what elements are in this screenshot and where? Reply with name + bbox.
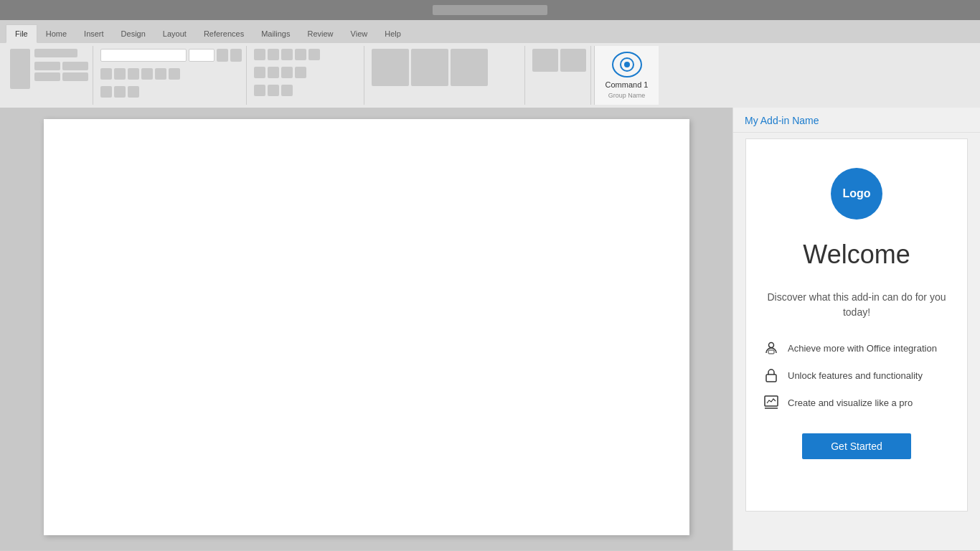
ribbon-bold <box>100 68 112 80</box>
tab-layout[interactable]: Layout <box>154 24 195 43</box>
ribbon-find <box>532 49 558 72</box>
ribbon-content: Command 1 Group Name <box>0 43 980 108</box>
ribbon-highlight <box>114 86 126 98</box>
ribbon-tabs: File Home Insert Design Layout Reference… <box>0 20 980 43</box>
ribbon-icon-sm <box>34 72 60 81</box>
tab-view[interactable]: View <box>342 24 377 43</box>
svg-point-1 <box>624 62 630 67</box>
feature-icon-1 <box>763 340 779 356</box>
ribbon-group-font <box>96 46 247 105</box>
ribbon-line-spacing <box>254 85 265 96</box>
addin-card: Logo Welcome Discover what this add-in c… <box>745 138 968 512</box>
ribbon-clear <box>128 86 139 98</box>
tab-review[interactable]: Review <box>299 24 342 43</box>
ribbon-list1 <box>254 49 265 60</box>
ribbon-icon-sm <box>34 49 77 57</box>
ribbon-italic <box>114 68 126 80</box>
ribbon-group-editing <box>528 46 591 105</box>
svg-rect-4 <box>766 375 776 382</box>
addin-feature-1: Achieve more with Office integration <box>763 340 950 356</box>
ribbon-align-center <box>268 67 279 78</box>
title-bar <box>0 0 980 20</box>
ribbon-icon-sm <box>62 62 88 70</box>
sidebar-content: Logo Welcome Discover what this add-in c… <box>733 133 980 550</box>
tab-file[interactable]: File <box>6 24 37 43</box>
ribbon-style1 <box>372 49 409 86</box>
get-started-button[interactable]: Get Started <box>802 433 911 459</box>
ribbon-shading <box>268 85 279 96</box>
ribbon-size-dropdown <box>189 49 215 62</box>
tab-references[interactable]: References <box>195 24 253 43</box>
ribbon-group-styles <box>367 46 525 105</box>
ribbon-strike <box>141 68 153 80</box>
main-area: My Add-in Name Logo Welcome Discover wha… <box>0 108 980 550</box>
tab-mailings[interactable]: Mailings <box>253 24 298 43</box>
sidebar-header: My Add-in Name <box>733 108 980 133</box>
ribbon-list3 <box>281 49 293 60</box>
ribbon-icon-sm <box>62 72 88 81</box>
ribbon-icon-sm <box>230 49 242 62</box>
ribbon-icon-sm <box>217 49 228 62</box>
command-button-group[interactable]: Command 1 Group Name <box>594 46 659 105</box>
feature-icon-2 <box>763 367 779 383</box>
document-page <box>44 119 689 535</box>
ribbon-indent-inc <box>308 49 320 60</box>
tab-insert[interactable]: Insert <box>75 24 113 43</box>
ribbon-style3 <box>451 49 488 86</box>
sidebar: My Add-in Name Logo Welcome Discover wha… <box>732 108 980 550</box>
feature-text-3: Create and visualize like a pro <box>788 397 913 408</box>
feature-icon-3 <box>763 395 779 410</box>
ribbon-justify <box>295 67 306 78</box>
ribbon-align-left <box>254 67 265 78</box>
ribbon-list2 <box>268 49 279 60</box>
svg-rect-5 <box>765 396 778 406</box>
ribbon-sup <box>169 68 180 80</box>
ribbon-icon-large <box>10 49 30 89</box>
ribbon-group-paragraph <box>250 46 364 105</box>
feature-text-1: Achieve more with Office integration <box>788 343 937 354</box>
tab-help[interactable]: Help <box>376 24 410 43</box>
tab-design[interactable]: Design <box>113 24 154 43</box>
addin-welcome-text: Welcome <box>803 240 910 270</box>
ribbon-borders <box>281 85 293 96</box>
addin-features-list: Achieve more with Office integration Unl… <box>763 340 950 410</box>
ribbon-sub <box>155 68 166 80</box>
command-button-icon <box>612 52 642 77</box>
ribbon-icon-sm <box>34 62 60 70</box>
ribbon-style2 <box>411 49 448 86</box>
svg-point-2 <box>769 343 774 348</box>
ribbon-underline <box>128 68 139 80</box>
command-button-group-name: Group Name <box>608 92 646 99</box>
ribbon-align-right <box>281 67 293 78</box>
ribbon-replace <box>560 49 586 72</box>
ribbon-font-color <box>100 86 112 98</box>
addin-description: Discover what this add-in can do for you… <box>763 290 950 320</box>
ribbon-group-clipboard <box>6 46 93 105</box>
ribbon-indent-dec <box>295 49 306 60</box>
title-bar-text <box>433 5 547 15</box>
tab-home[interactable]: Home <box>37 24 75 43</box>
addin-feature-2: Unlock features and functionality <box>763 367 950 383</box>
addin-feature-3: Create and visualize like a pro <box>763 395 950 410</box>
document-area <box>0 108 732 550</box>
feature-text-2: Unlock features and functionality <box>788 370 923 381</box>
addin-logo: Logo <box>831 168 882 220</box>
ribbon-font-dropdown <box>100 49 187 62</box>
svg-rect-3 <box>768 350 774 354</box>
command-button-label: Command 1 <box>606 80 649 89</box>
